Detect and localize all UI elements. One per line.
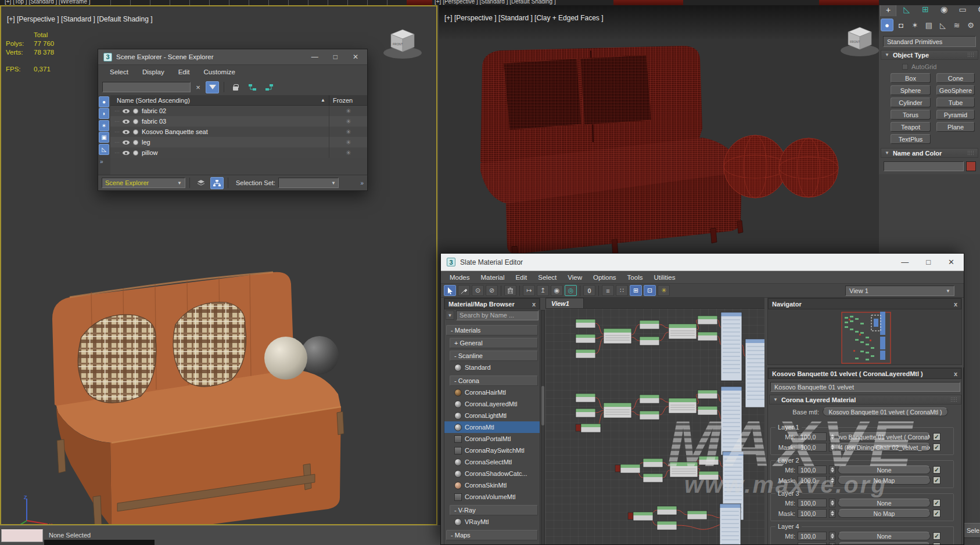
menu-customize[interactable]: Customize	[204, 68, 235, 75]
tree-group-vray[interactable]: - V-Ray	[450, 505, 538, 515]
teapot-button[interactable]: Teapot	[891, 122, 931, 132]
mtl-amount-field[interactable]: 100,0	[798, 532, 827, 540]
mtl-map-button[interactable]: None	[838, 499, 931, 507]
pick-material-button[interactable]: ⊙	[472, 285, 484, 296]
assign-to-selection-button[interactable]: ↦	[523, 285, 535, 296]
list-item[interactable]: CoronaSelectMtl	[444, 456, 540, 468]
sphere-button[interactable]: Sphere	[891, 85, 931, 95]
category-lights-icon[interactable]: ✶	[909, 19, 921, 31]
spinner-arrows[interactable]	[829, 532, 835, 540]
menu-select[interactable]: Select	[110, 68, 128, 75]
clear-search-icon[interactable]: ×	[194, 83, 202, 92]
lock-icon[interactable]	[229, 81, 242, 93]
material-id-channel-button[interactable]: 0	[583, 285, 595, 296]
viewport-label[interactable]: [+] [Perspective ] [Standard ] [Clay + E…	[444, 14, 603, 22]
mask-amount-field[interactable]: 100,0	[798, 443, 827, 452]
primitive-category-dropdown[interactable]: Standard Primitives	[883, 36, 976, 47]
object-name-field[interactable]	[884, 161, 964, 171]
rollout-object-type[interactable]: ▼ Object Type	[881, 50, 978, 60]
viewcube[interactable]: FRONT	[383, 30, 422, 59]
spinner-arrows[interactable]	[829, 443, 835, 452]
menu-options[interactable]: Options	[593, 274, 616, 281]
close-icon[interactable]: x	[954, 370, 957, 377]
show-material-in-viewport-button[interactable]: ⊞	[630, 285, 642, 296]
tree-group-materials[interactable]: - Materials	[446, 325, 538, 335]
list-item[interactable]: CoronaLightMtl	[444, 410, 540, 421]
tree-group-scanline[interactable]: - Scanline	[450, 351, 538, 361]
layer-enable-checkbox[interactable]	[933, 499, 940, 507]
cylinder-button[interactable]: Cylinder	[891, 98, 931, 107]
category-spacewarps-icon[interactable]: ≋	[950, 19, 963, 31]
mask-enable-checkbox[interactable]	[933, 443, 940, 451]
spinner-arrows[interactable]	[829, 432, 835, 441]
delete-button[interactable]	[504, 285, 516, 296]
spinner-arrows[interactable]	[829, 509, 835, 518]
material-name-field[interactable]: Kosovo Banquette 01 velvet	[770, 382, 960, 392]
close-icon[interactable]: x	[532, 301, 536, 308]
maxscript-mini-listener[interactable]	[1, 529, 43, 542]
viewport-label[interactable]: [+] [Perspective ] [Standard ] [Default …	[7, 15, 152, 23]
mask-amount-field[interactable]: 100,0	[798, 476, 827, 485]
base-mtl-button[interactable]: Kosovo Banquette 01 velvet ( CoronaMtl )	[823, 407, 948, 416]
frozen-snowflake-icon[interactable]: ✳	[329, 147, 367, 158]
frozen-snowflake-icon[interactable]: ✳	[329, 127, 367, 137]
category-systems-icon[interactable]: ⚙	[964, 19, 977, 31]
put-to-library-button[interactable]: ⊘	[486, 285, 498, 296]
selectable-dot-icon[interactable]	[133, 129, 138, 135]
spinner-arrows[interactable]	[829, 465, 835, 474]
list-item[interactable]: CoronaVolumeMtl	[444, 491, 540, 503]
geosphere-button[interactable]: GeoSphere	[936, 85, 975, 95]
filter-cameras-icon[interactable]: ▣	[99, 132, 109, 143]
list-item[interactable]: CoronaShadowCatc...	[444, 468, 540, 479]
list-item[interactable]: CoronaPortalMtl	[444, 433, 540, 445]
close-icon[interactable]: x	[954, 301, 957, 308]
browser-search-input[interactable]: Search by Name ...	[456, 311, 539, 320]
list-item[interactable]: CoronaHairMtl	[444, 387, 540, 398]
spinner-arrows[interactable]	[829, 476, 835, 485]
viewcube[interactable]: FRONT	[841, 27, 879, 56]
menu-edit[interactable]: Edit	[515, 274, 527, 281]
tab-view1[interactable]: View1	[545, 298, 584, 308]
menu-tools[interactable]: Tools	[627, 274, 643, 281]
browser-options-icon[interactable]: ▼	[446, 311, 454, 320]
pyramid-button[interactable]: Pyramid	[936, 110, 975, 120]
view-selector-dropdown[interactable]: View 1▼	[845, 286, 954, 296]
explorer-search-input[interactable]	[102, 82, 191, 92]
show-background-button[interactable]: ◎	[565, 285, 577, 296]
rail-expand-icon[interactable]: »	[100, 158, 109, 165]
select-tool-button[interactable]	[444, 285, 456, 296]
layer-enable-checkbox[interactable]	[933, 433, 940, 441]
explorer-mode-dropdown[interactable]: Scene Explorer▼	[102, 178, 185, 188]
frozen-snowflake-icon[interactable]: ✳	[329, 116, 367, 127]
footer-expand-icon[interactable]: »	[360, 180, 364, 186]
visibility-eye-icon[interactable]	[123, 149, 130, 156]
parameters-scrollbar[interactable]	[963, 367, 964, 545]
tube-button[interactable]: Tube	[936, 98, 975, 107]
menu-edit[interactable]: Edit	[178, 68, 190, 75]
layer-enable-checkbox[interactable]	[933, 466, 940, 474]
layer-mode-icon[interactable]	[263, 81, 276, 93]
torus-button[interactable]: Torus	[891, 110, 931, 120]
box-button[interactable]: Box	[891, 73, 931, 83]
mask-amount-field[interactable]: 100,0	[798, 542, 827, 545]
navigator-minimap[interactable]	[768, 309, 961, 365]
layer-enable-checkbox[interactable]	[933, 532, 940, 540]
cone-button[interactable]: Cone	[936, 73, 975, 83]
select-button-clipped[interactable]: Sele	[963, 523, 980, 538]
mask-map-button[interactable]: No Map	[838, 476, 931, 485]
hierarchy-icon[interactable]	[210, 177, 224, 189]
visibility-eye-icon[interactable]	[123, 128, 130, 135]
selectable-dot-icon[interactable]	[133, 119, 138, 124]
category-geometry-icon[interactable]: ●	[881, 19, 893, 31]
mtl-map-button[interactable]: sovo Banquette 01 velvet ( CoronaMt	[838, 432, 931, 441]
hierarchy-mode-icon[interactable]	[246, 81, 259, 93]
visibility-eye-icon[interactable]	[123, 118, 130, 125]
spinner-arrows[interactable]	[829, 499, 835, 507]
eyedropper-icon[interactable]	[458, 285, 470, 296]
mtl-amount-field[interactable]: 100,0	[798, 432, 827, 441]
list-item[interactable]: CoronaSkinMtl	[444, 479, 540, 491]
mask-enable-checkbox[interactable]	[933, 543, 940, 545]
selectable-dot-icon[interactable]	[133, 150, 138, 156]
mask-enable-checkbox[interactable]	[933, 510, 940, 517]
menu-view[interactable]: View	[568, 274, 582, 281]
